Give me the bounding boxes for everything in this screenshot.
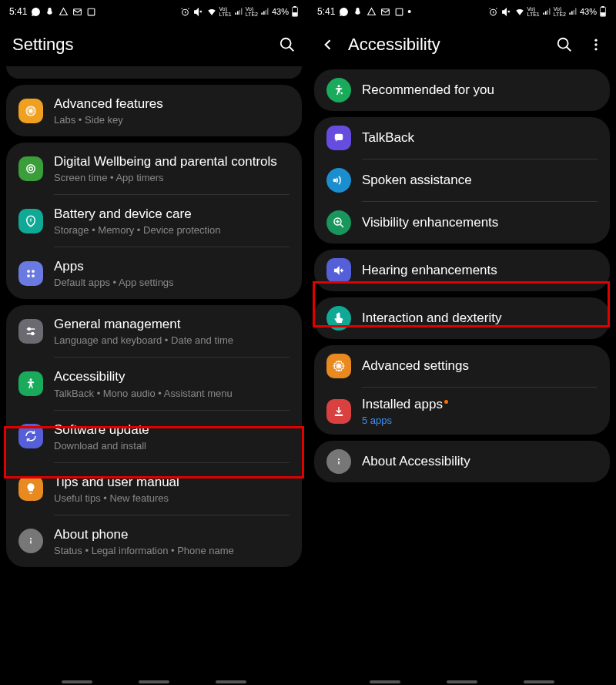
item-software-update[interactable]: Software update Download and install bbox=[6, 411, 302, 462]
wifi-icon bbox=[206, 6, 217, 17]
item-sub: TalkBack • Mono audio • Assistant menu bbox=[54, 388, 290, 399]
item-title: About phone bbox=[54, 526, 290, 543]
item-title: Accessibility bbox=[54, 368, 290, 385]
a11y-section: Advanced settings Installed apps 5 apps bbox=[314, 345, 610, 435]
item-sub: Useful tips • New features bbox=[54, 492, 290, 504]
item-visibility[interactable]: Visibility enhancements bbox=[314, 202, 610, 243]
search-icon[interactable] bbox=[279, 36, 296, 53]
svg-point-6 bbox=[281, 39, 291, 49]
sim1-label: Vo)LTE1 bbox=[527, 6, 540, 17]
item-title: Software update bbox=[54, 421, 290, 438]
signal1-icon bbox=[542, 7, 551, 16]
item-accessibility[interactable]: Accessibility TalkBack • Mono audio • As… bbox=[6, 358, 302, 409]
item-title: Advanced settings bbox=[362, 358, 598, 374]
svg-point-13 bbox=[27, 274, 30, 277]
accessibility-header: Accessibility bbox=[308, 23, 616, 66]
item-recommended[interactable]: Recommended for you bbox=[314, 69, 610, 111]
search-icon[interactable] bbox=[556, 36, 573, 53]
item-general-management[interactable]: General management Language and keyboard… bbox=[6, 305, 302, 357]
battery-icon bbox=[291, 6, 299, 17]
item-title: Digital Wellbeing and parental controls bbox=[54, 153, 290, 170]
sim2-label: Vo)LTE2 bbox=[554, 6, 566, 17]
item-title: About Accessibility bbox=[362, 453, 598, 470]
svg-point-12 bbox=[32, 270, 35, 273]
item-tips[interactable]: Tips and user manual Useful tips • New f… bbox=[6, 463, 302, 515]
svg-rect-4 bbox=[294, 6, 296, 7]
mute-icon bbox=[193, 6, 204, 17]
item-about-accessibility[interactable]: About Accessibility bbox=[314, 441, 610, 482]
nav-bar bbox=[308, 673, 616, 685]
item-spoken-assistance[interactable]: Spoken assistance bbox=[314, 159, 610, 201]
item-sub: Language and keyboard • Date and time bbox=[54, 334, 290, 346]
svg-rect-32 bbox=[335, 134, 343, 140]
photos-icon bbox=[85, 6, 96, 17]
item-battery-care[interactable]: Battery and device care Storage • Memory… bbox=[6, 195, 302, 247]
clock: 5:41 bbox=[317, 6, 335, 17]
item-title: Hearing enhancements bbox=[362, 262, 598, 279]
item-digital-wellbeing[interactable]: Digital Wellbeing and parental controls … bbox=[6, 143, 302, 194]
item-apps[interactable]: Apps Default apps • App settings bbox=[6, 247, 302, 299]
svg-rect-21 bbox=[396, 8, 403, 15]
svg-point-29 bbox=[594, 48, 597, 50]
zoom-plus-icon bbox=[326, 210, 351, 235]
more-menu-icon[interactable] bbox=[588, 37, 604, 52]
battery-care-icon bbox=[18, 209, 43, 233]
whatsapp-icon bbox=[338, 6, 349, 17]
gear-icon bbox=[326, 354, 351, 378]
item-title: Tips and user manual bbox=[54, 474, 290, 491]
sim2-label: Vo)LTE2 bbox=[246, 6, 258, 17]
apps-grid-icon bbox=[18, 261, 43, 286]
signal1-icon bbox=[234, 7, 243, 16]
svg-point-33 bbox=[333, 180, 336, 182]
svg-point-11 bbox=[27, 270, 30, 273]
a11y-section: Hearing enhancements bbox=[314, 250, 610, 291]
item-sub-link[interactable]: 5 apps bbox=[362, 415, 598, 426]
item-talkback[interactable]: TalkBack bbox=[314, 117, 610, 159]
item-title: Spoken assistance bbox=[362, 172, 598, 189]
volume-plus-icon bbox=[326, 258, 351, 283]
svg-point-37 bbox=[338, 458, 340, 460]
accessibility-heart-icon bbox=[326, 78, 351, 102]
item-advanced-features[interactable]: Advanced features Labs • Side key bbox=[6, 85, 302, 136]
item-sub: Storage • Memory • Device protection bbox=[54, 224, 290, 236]
svg-point-27 bbox=[594, 39, 597, 42]
accessibility-screen: 5:41 • Vo)LTE1 Vo)LTE2 43% Accessibility bbox=[308, 0, 616, 685]
settings-section: General management Language and keyboard… bbox=[6, 305, 302, 566]
photos-icon bbox=[393, 6, 404, 17]
gmail-icon bbox=[380, 6, 390, 17]
download-icon bbox=[326, 399, 351, 424]
bulb-icon bbox=[18, 476, 43, 501]
update-icon bbox=[18, 424, 43, 448]
back-button[interactable] bbox=[320, 37, 336, 52]
gmail-icon bbox=[72, 6, 82, 17]
svg-point-26 bbox=[558, 39, 568, 49]
sim1-label: Vo)LTE1 bbox=[219, 6, 232, 17]
item-interaction[interactable]: Interaction and dexterity bbox=[314, 297, 610, 339]
svg-point-18 bbox=[30, 538, 32, 539]
nav-back[interactable] bbox=[216, 680, 246, 683]
item-sub: Download and install bbox=[54, 440, 290, 452]
drive-icon bbox=[58, 6, 69, 17]
a11y-section: Recommended for you bbox=[314, 69, 610, 111]
alarm-icon bbox=[488, 6, 499, 17]
nav-recent[interactable] bbox=[370, 680, 400, 683]
item-about-phone[interactable]: About phone Status • Legal information •… bbox=[6, 515, 302, 567]
signal2-icon bbox=[260, 7, 270, 16]
svg-point-10 bbox=[29, 166, 33, 170]
status-bar: 5:41 bbox=[0, 0, 308, 23]
svg-point-16 bbox=[32, 332, 34, 334]
wellbeing-icon bbox=[18, 156, 43, 181]
sound-wave-icon bbox=[326, 168, 351, 193]
whatsapp-icon bbox=[30, 6, 41, 17]
item-advanced-settings[interactable]: Advanced settings bbox=[314, 345, 610, 387]
svg-point-14 bbox=[32, 274, 35, 277]
nav-home[interactable] bbox=[139, 680, 169, 683]
nav-home[interactable] bbox=[447, 680, 477, 683]
nav-recent[interactable] bbox=[62, 680, 92, 683]
item-installed-apps[interactable]: Installed apps 5 apps bbox=[314, 388, 610, 435]
svg-point-35 bbox=[337, 364, 341, 368]
status-bar: 5:41 • Vo)LTE1 Vo)LTE2 43% bbox=[308, 0, 616, 23]
nav-back[interactable] bbox=[524, 680, 554, 683]
item-hearing[interactable]: Hearing enhancements bbox=[314, 250, 610, 291]
svg-rect-24 bbox=[602, 6, 604, 7]
